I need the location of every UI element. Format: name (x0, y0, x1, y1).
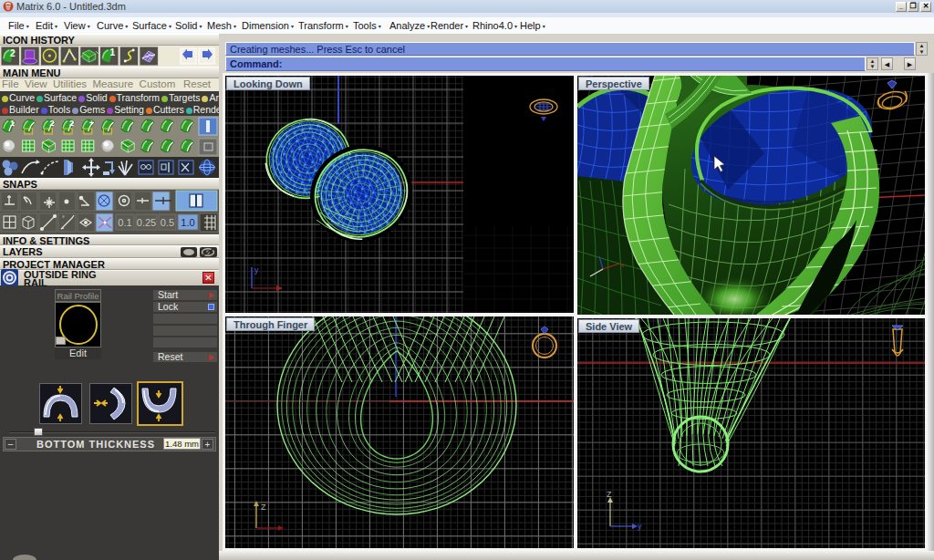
svg-text:Z: Z (261, 503, 266, 512)
svg-text:°: ° (62, 215, 65, 222)
svg-text:0.5: 0.5 (161, 217, 174, 228)
svg-text:1.0: 1.0 (181, 217, 194, 228)
svg-text:y: y (254, 265, 259, 275)
svg-text:2: 2 (10, 48, 16, 58)
svg-text:x: x (620, 261, 624, 269)
svg-text:2: 2 (49, 119, 54, 128)
svg-text:Z: Z (607, 490, 612, 499)
svg-text:2: 2 (69, 119, 74, 128)
svg-text:1: 1 (10, 119, 15, 128)
svg-text:0.1: 0.1 (118, 217, 131, 228)
svg-text:y: y (638, 522, 642, 531)
svg-text:0.25: 0.25 (137, 217, 156, 228)
svg-text:1: 1 (110, 47, 116, 57)
svg-text:+: + (89, 119, 94, 128)
